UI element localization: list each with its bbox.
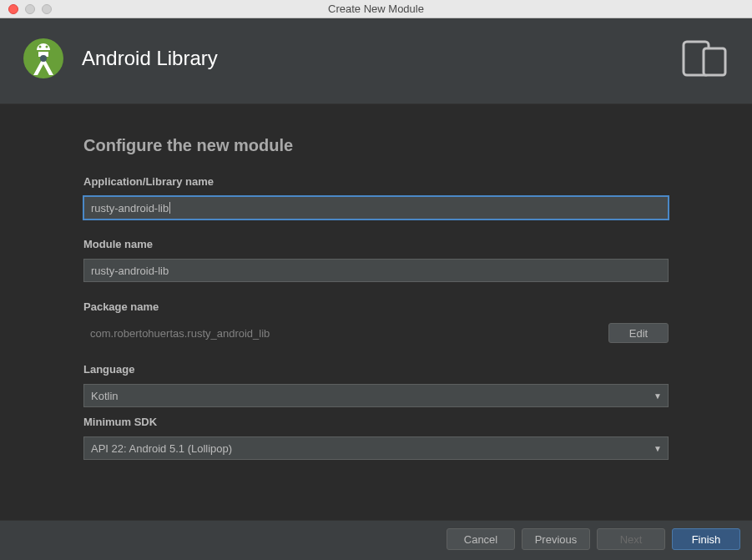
app-lib-name-value: rusty-android-lib bbox=[91, 202, 169, 214]
section-title: Configure the new module bbox=[83, 136, 669, 155]
header-left: Android Library bbox=[23, 38, 218, 78]
min-sdk-group: Minimum SDK API 22: Android 5.1 (Lollipo… bbox=[83, 416, 669, 460]
devices-icon bbox=[682, 40, 729, 77]
dialog-footer: Cancel Previous Next Finish bbox=[0, 520, 752, 557]
package-name-label: Package name bbox=[83, 300, 669, 313]
min-sdk-label: Minimum SDK bbox=[83, 416, 669, 428]
cancel-button[interactable]: Cancel bbox=[447, 528, 515, 550]
package-name-input bbox=[83, 321, 603, 345]
module-name-input[interactable] bbox=[83, 259, 669, 282]
minimize-window-button[interactable] bbox=[25, 4, 35, 14]
svg-point-3 bbox=[40, 55, 47, 62]
svg-rect-5 bbox=[704, 48, 725, 75]
package-row: Edit bbox=[83, 321, 669, 345]
language-group: Language Kotlin ▼ bbox=[83, 363, 669, 407]
window-title: Create New Module bbox=[0, 3, 752, 15]
min-sdk-select[interactable]: API 22: Android 5.1 (Lollipop) bbox=[83, 436, 669, 460]
maximize-window-button[interactable] bbox=[42, 4, 52, 14]
svg-point-2 bbox=[46, 46, 48, 48]
app-lib-name-input[interactable]: rusty-android-lib bbox=[83, 196, 669, 219]
dialog-content: Configure the new module Application/Lib… bbox=[0, 104, 752, 520]
previous-button[interactable]: Previous bbox=[522, 528, 590, 550]
svg-point-1 bbox=[39, 46, 42, 48]
next-button: Next bbox=[597, 528, 665, 550]
edit-package-button[interactable]: Edit bbox=[608, 323, 669, 343]
app-lib-name-group: Application/Library name rusty-android-l… bbox=[83, 175, 669, 219]
titlebar: Create New Module bbox=[0, 0, 752, 18]
text-caret bbox=[169, 202, 170, 214]
module-name-label: Module name bbox=[83, 238, 669, 250]
dialog-header: Android Library bbox=[0, 18, 752, 104]
header-title: Android Library bbox=[82, 47, 218, 70]
window-controls bbox=[0, 4, 52, 14]
language-select[interactable]: Kotlin bbox=[83, 384, 669, 407]
close-window-button[interactable] bbox=[8, 4, 18, 14]
package-name-group: Package name Edit bbox=[83, 300, 669, 345]
min-sdk-select-wrap: API 22: Android 5.1 (Lollipop) ▼ bbox=[83, 436, 669, 460]
language-select-wrap: Kotlin ▼ bbox=[83, 384, 669, 407]
language-value: Kotlin bbox=[91, 390, 119, 402]
language-label: Language bbox=[83, 363, 669, 376]
android-studio-logo-icon bbox=[23, 38, 63, 78]
min-sdk-value: API 22: Android 5.1 (Lollipop) bbox=[91, 442, 232, 455]
finish-button[interactable]: Finish bbox=[672, 528, 740, 550]
module-name-group: Module name bbox=[83, 238, 669, 282]
app-lib-name-label: Application/Library name bbox=[83, 175, 669, 188]
